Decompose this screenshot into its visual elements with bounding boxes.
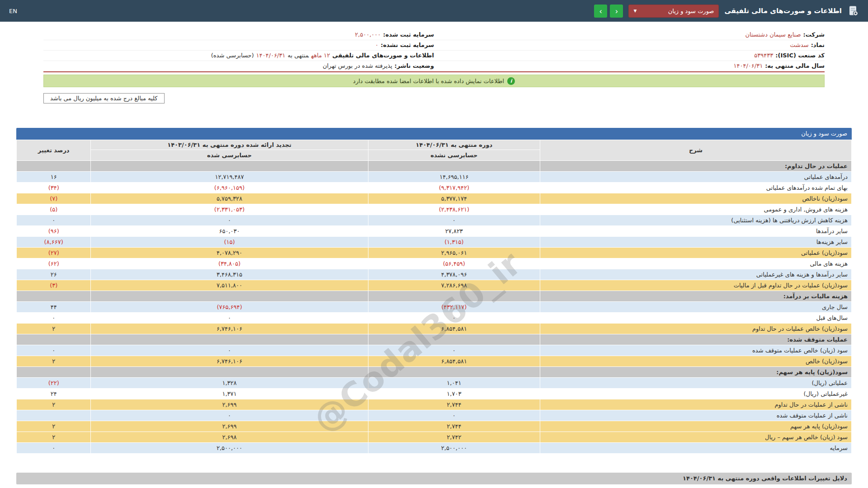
percent-change-cell [17, 291, 91, 302]
info-icon: i [507, 77, 515, 85]
description-cell: سود(زیان) عملیاتی [540, 248, 852, 258]
table-row: درآمدهای عملیاتی۱۴,۶۹۵,۱۱۶۱۲,۷۱۹,۴۸۷۱۶ [17, 172, 852, 183]
top-navbar: اطلاعات و صورت‌های مالی تلفیقی صورت سود … [0, 0, 868, 22]
description-cell: سود(زیان) ناخالص [540, 193, 852, 204]
info-label: کد صنعت (ISIC): [775, 52, 825, 59]
info-row: وضعیت ناشر:پذیرفته شده در بورس تهران [43, 61, 434, 71]
info-label: سرمایه ثبت شده: [383, 31, 434, 38]
info-label: سرمایه ثبت نشده: [381, 42, 434, 48]
description-cell: سود(زیان) عملیات در حال تداوم قبل از مال… [540, 280, 852, 291]
current-period-cell: ۲,۷۴۴ [368, 399, 540, 410]
table-row: سود (زیان) خالص هر سهم – ریال۲,۷۴۲۲,۶۹۸۲ [17, 432, 852, 443]
prior-period-cell: ۲,۵۰۰,۰۰۰ [91, 443, 368, 454]
table-row: ناشی از عملیات متوقف شده۰۰ [17, 410, 852, 421]
current-period-cell: ۶,۸۵۴,۵۸۱ [368, 324, 540, 334]
description-cell: هزینه های مالی [540, 258, 852, 269]
info-row: اطلاعات و صورت‌های مالی تلفیقی۱۲ ماههمنت… [43, 51, 434, 61]
table-row: سود(زیان) پایه هر سهم۲,۷۴۴۲,۶۹۹۲ [17, 421, 852, 432]
prior-period-cell: ۷,۵۱۱,۸۰۰ [91, 280, 368, 291]
table-row: سود(زیان) عملیاتی۲,۹۶۵,۰۶۱۴,۰۷۸,۲۹۰(۲۷) [17, 248, 852, 258]
current-period-cell: ۱۴,۶۹۵,۱۱۶ [368, 172, 540, 183]
chevron-right-icon: › [599, 7, 602, 15]
current-period-cell: (۹,۳۱۷,۹۴۲) [368, 183, 540, 193]
header-description: شرح [540, 140, 852, 161]
description-cell: سود (زیان) خالص هر سهم – ریال [540, 432, 852, 443]
table-body: عملیات در حال تداوم:درآمدهای عملیاتی۱۴,۶… [17, 161, 852, 454]
info-row: سرمایه ثبت شده:۲,۵۰۰,۰۰۰ [43, 30, 434, 40]
description-cell: هزینه مالیات بر درآمد: [540, 291, 852, 302]
next-statement-button[interactable]: › [594, 5, 607, 18]
current-period-cell: ۲,۷۴۴ [368, 421, 540, 432]
prior-period-cell: ۶,۷۴۶,۱۰۶ [91, 324, 368, 334]
current-period-cell: ۶,۸۵۴,۵۸۱ [368, 356, 540, 367]
table-row: سود (زیان) خالص عملیات متوقف شده۰۰۰ [17, 345, 852, 356]
prior-period-cell: ۴,۰۷۸,۲۹۰ [91, 248, 368, 258]
statement-type-select[interactable]: صورت سود و زیان ▼ [628, 5, 719, 18]
percent-change-cell: ۲۶ [17, 269, 91, 280]
description-cell: سود (زیان) خالص عملیات متوقف شده [540, 345, 852, 356]
info-label: اطلاعات و صورت‌های مالی تلفیقی [332, 52, 434, 59]
current-period-cell: ۰ [368, 313, 540, 324]
page-title: اطلاعات و صورت‌های مالی تلفیقی [724, 7, 842, 15]
table-row: سال‌های قبل۰۰۰ [17, 313, 852, 324]
current-period-cell: ۵,۳۷۷,۱۷۴ [368, 193, 540, 204]
percent-change-cell: ۱۶ [17, 172, 91, 183]
signature-match-banner: i اطلاعات نمایش داده شده با اطلاعات امضا… [43, 75, 825, 87]
info-value: صنایع سیمان دشتستان [745, 31, 801, 38]
current-period-cell: (۲,۴۳۸,۶۲۱) [368, 204, 540, 215]
percent-change-cell [17, 161, 91, 172]
info-row: شرکت:صنایع سیمان دشتستان [434, 30, 825, 40]
description-cell: سایر درآمدها و هزینه های غیرعملیاتی [540, 269, 852, 280]
description-cell: سود(زیان) خالص عملیات در حال تداوم [540, 324, 852, 334]
table-row: هزینه های مالی(۵۶,۴۵۹)(۳۴,۸۰۵)(۶۲) [17, 258, 852, 269]
prior-period-cell: ۶۵۰,۰۳۰ [91, 226, 368, 237]
percent-change-cell: ۰ [17, 215, 91, 226]
prior-period-cell: (۷۶۵,۶۹۴) [91, 302, 368, 313]
signature-match-text: اطلاعات نمایش داده شده با اطلاعات امضا ش… [353, 78, 504, 84]
percent-change-cell: (۸,۶۶۷) [17, 237, 91, 248]
prior-period-cell [91, 367, 368, 378]
description-cell: سود(زیان) پایه هر سهم [540, 421, 852, 432]
percent-change-cell: ۰ [17, 313, 91, 324]
prior-period-cell [91, 291, 368, 302]
prior-period-cell: ۲,۶۹۹ [91, 421, 368, 432]
table-row: هزینه های فروش, اداری و عمومی(۲,۴۳۸,۶۲۱)… [17, 204, 852, 215]
chevron-down-icon: ▼ [633, 9, 637, 13]
percent-change-cell: (۳۴) [17, 183, 91, 193]
changes-reasons-header[interactable]: دلایل تغییرات اطلاعات واقعی دوره منتهی ب… [16, 473, 852, 484]
percent-change-cell: ۴۴ [17, 302, 91, 313]
description-cell: ناشی از عملیات در حال تداوم [540, 399, 852, 410]
header-current-period: دوره منتهی به ۱۴۰۴/۰۶/۳۱ [368, 140, 540, 150]
previous-statement-button[interactable]: ‹ [610, 5, 623, 18]
current-period-cell: ۲,۷۴۲ [368, 432, 540, 443]
language-toggle-en[interactable]: EN [9, 8, 17, 14]
current-period-cell: ۷,۲۸۶,۶۹۸ [368, 280, 540, 291]
chevron-left-icon: ‹ [615, 7, 618, 15]
current-period-cell [368, 367, 540, 378]
table-row: سایر درآمدها و هزینه های غیرعملیاتی۴,۳۷۸… [17, 269, 852, 280]
info-label: وضعیت ناشر: [395, 62, 434, 69]
description-cell: عملیات در حال تداوم: [540, 161, 852, 172]
prior-period-cell [91, 334, 368, 345]
table-row: سود(زیان) عملیات در حال تداوم قبل از مال… [17, 280, 852, 291]
current-period-cell: ۰ [368, 215, 540, 226]
prior-period-cell: ۲,۶۹۸ [91, 432, 368, 443]
info-value: منتهی به [288, 52, 309, 59]
percent-change-cell: ۰ [17, 345, 91, 356]
statement-type-value: صورت سود و زیان [668, 8, 714, 14]
table-section-row: عملیات در حال تداوم: [17, 161, 852, 172]
percent-change-cell: (۷) [17, 193, 91, 204]
description-cell: ناشی از عملیات متوقف شده [540, 410, 852, 421]
info-row: سال مالی منتهی به:۱۴۰۴/۰۶/۳۱ [434, 61, 825, 71]
prior-period-cell: ۰ [91, 345, 368, 356]
prior-period-cell: ۰ [91, 410, 368, 421]
percent-change-cell: ۲ [17, 356, 91, 367]
table-header: شرح دوره منتهی به ۱۴۰۴/۰۶/۳۱ تجدید ارائه… [17, 140, 852, 161]
statement-table-title: صورت سود و زیان [16, 128, 852, 140]
prior-period-cell: (۲,۳۳۱,۰۵۳) [91, 204, 368, 215]
prior-period-cell: ۲,۶۹۹ [91, 399, 368, 410]
info-value: ۱۴۰۴/۰۶/۳۱ [734, 62, 763, 69]
prior-period-cell: ۳,۴۶۸,۳۱۵ [91, 269, 368, 280]
percent-change-cell: ۲ [17, 421, 91, 432]
prior-period-cell: ۶,۷۴۶,۱۰۶ [91, 356, 368, 367]
